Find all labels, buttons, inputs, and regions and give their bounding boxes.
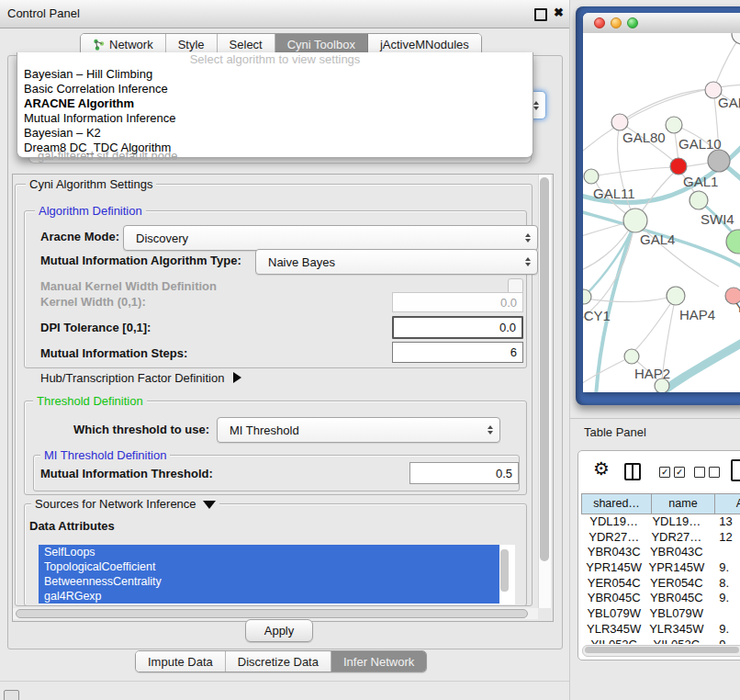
network-node[interactable] — [666, 117, 682, 133]
zoom-traffic-light-icon[interactable] — [627, 17, 638, 28]
network-edge — [584, 226, 633, 297]
attribute-item-gal4rgexp[interactable]: gal4RGexp — [39, 589, 499, 604]
algorithm-option-bayesian-k2[interactable]: Bayesian – K2 — [17, 126, 533, 141]
algorithm-popup-list: Bayesian – Hill ClimbingBasic Correlatio… — [17, 67, 533, 155]
network-node[interactable] — [584, 169, 599, 184]
table-row[interactable]: YDR27…YDR27…12 — [581, 530, 740, 546]
table-cell — [706, 545, 740, 560]
sources-title: Sources for Network Inference — [35, 497, 196, 511]
aracne-mode-label: Aracne Mode: — [40, 230, 119, 243]
table-row[interactable]: YBR045CYBR045C9. — [581, 591, 740, 606]
table-cell: YBL079W — [646, 606, 706, 622]
network-node[interactable] — [623, 209, 647, 232]
network-node[interactable] — [732, 33, 740, 44]
algorithm-option-mutual-information-inference[interactable]: Mutual Information Inference — [17, 111, 533, 126]
bottom-tab-discretize-data[interactable]: Discretize Data — [226, 651, 331, 672]
bottom-tab-impute-data-label: Impute Data — [148, 655, 213, 669]
network-window-titlebar[interactable] — [583, 13, 740, 34]
table-cell: YER054C — [581, 576, 646, 592]
attribute-item-topologicalcoefficient[interactable]: TopologicalCoefficient — [39, 559, 499, 574]
kernel-width-field[interactable]: 0.0 — [392, 292, 523, 312]
mi-algorithm-type-combobox[interactable]: Naive Bayes — [255, 249, 538, 275]
node-label-gal80: GAL80 — [622, 130, 666, 145]
data-attributes-list[interactable]: SelfLoopsTopologicalCoefficientBetweenne… — [39, 545, 515, 604]
hub-definition-label: Hub/Transcription Factor Definition — [40, 371, 224, 385]
gear-icon[interactable]: ⚙ — [593, 458, 610, 479]
control-panel-title: Control Panel — [7, 0, 80, 27]
sources-toggle[interactable]: Sources for Network Inference — [31, 497, 219, 511]
scrollbar-thumb[interactable] — [16, 609, 528, 618]
attribute-item-selfloops[interactable]: SelfLoops — [39, 545, 499, 559]
network-node[interactable] — [726, 230, 740, 254]
new-table-icon[interactable] — [731, 459, 740, 481]
network-view-frame: GALGAL80GAL10GAL11GAL1SWI4GAL4GCY1HAP4YH… — [576, 6, 740, 405]
table-horizontal-scrollbar[interactable] — [582, 645, 740, 657]
node-label-gal: GAL — [718, 95, 740, 110]
list-scrollbar-thumb[interactable] — [500, 549, 509, 592]
tab-style-label: Style — [178, 38, 205, 51]
network-node[interactable] — [624, 349, 639, 364]
algorithm-popup-placeholder: Select algorithm to view settings — [17, 52, 533, 67]
table-cell: YBR043C — [581, 545, 646, 560]
node-label-gal11: GAL11 — [593, 186, 635, 201]
table-cell — [706, 606, 740, 622]
float-window-icon[interactable] — [534, 8, 547, 21]
table-row[interactable]: YER054CYER054C8. — [581, 576, 740, 592]
scrollbar-thumb[interactable] — [585, 647, 739, 653]
bottom-tab-impute-data[interactable]: Impute Data — [136, 651, 226, 672]
minimize-traffic-light-icon[interactable] — [611, 17, 622, 28]
algorithm-option-bayesian-hill-climbing[interactable]: Bayesian – Hill Climbing — [17, 67, 533, 82]
control-panel-titlebar[interactable]: Control Panel ✖ — [0, 0, 569, 28]
tab-jactivemnodules-label: jActiveMNodules — [380, 38, 469, 51]
network-node[interactable] — [708, 150, 730, 172]
attribute-item-betweennesscentrality[interactable]: BetweennessCentrality — [39, 574, 499, 589]
table-cell: YDL19… — [646, 514, 706, 530]
mi-steps-field[interactable]: 6 — [392, 342, 523, 363]
table-cell: YPR145W — [581, 560, 646, 576]
column-header-a[interactable]: A — [714, 493, 740, 514]
deselect-all-checkboxes-icon[interactable] — [694, 467, 720, 478]
tab-network-label: Network — [109, 38, 153, 51]
mi-algorithm-type-label: Mutual Information Algorithm Type: — [40, 254, 241, 267]
table-cell: YBR045C — [581, 591, 646, 606]
close-icon[interactable]: ✖ — [554, 6, 564, 19]
mi-threshold-field[interactable]: 0.5 — [409, 462, 519, 484]
node-label-hap2: HAP2 — [634, 366, 670, 381]
apply-button[interactable]: Apply — [245, 619, 313, 642]
settings-vertical-scrollbar[interactable] — [538, 175, 551, 608]
column-header-shared[interactable]: shared… — [581, 493, 652, 514]
manual-kernel-width-label: Manual Kernel Width Definition — [40, 279, 217, 293]
network-selector-value: gal-filtered sif default node — [38, 149, 177, 163]
scrollbar-thumb[interactable] — [540, 177, 549, 561]
network-node[interactable] — [667, 287, 685, 305]
close-traffic-light-icon[interactable] — [594, 17, 605, 28]
network-edge — [583, 356, 632, 388]
table-row[interactable]: YPR145WYPR145W9. — [581, 560, 740, 576]
column-header-name[interactable]: name — [651, 493, 715, 514]
columns-icon[interactable] — [624, 463, 641, 480]
table-row[interactable]: YBR043CYBR043C — [581, 545, 740, 560]
network-node[interactable] — [611, 114, 628, 130]
data-attributes-label: Data Attributes — [29, 519, 115, 533]
select-all-checkboxes-icon[interactable]: ✓✓ — [659, 467, 685, 478]
table-row[interactable]: YDL19…YDL19…13 — [581, 514, 740, 530]
hub-definition-toggle[interactable]: Hub/Transcription Factor Definition — [40, 371, 241, 385]
bottom-tab-infer-network[interactable]: Infer Network — [331, 651, 426, 672]
network-canvas[interactable]: GALGAL80GAL10GAL11GAL1SWI4GAL4GCY1HAP4YH… — [583, 33, 740, 392]
network-node[interactable] — [690, 191, 708, 209]
table-row[interactable]: YIL052CYIL052C9. — [581, 638, 740, 645]
combo-spinner-icon — [488, 425, 493, 435]
dpi-tolerance-field[interactable]: 0.0 — [392, 316, 523, 339]
table-cell: 8. — [706, 576, 740, 592]
algorithm-option-aracne-algorithm[interactable]: ARACNE Algorithm — [17, 96, 533, 111]
table-cell: YBL079W — [581, 606, 646, 622]
table-row[interactable]: YBL079WYBL079W — [581, 606, 740, 622]
docked-panel-icon[interactable] — [4, 690, 19, 700]
table-header: shared…nameA — [581, 493, 740, 514]
aracne-mode-combobox[interactable]: Discovery — [123, 225, 538, 251]
network-node[interactable] — [670, 158, 687, 175]
settings-horizontal-scrollbar[interactable] — [13, 608, 538, 619]
table-row[interactable]: YLR345WYLR345W9. — [581, 622, 740, 638]
which-threshold-combobox[interactable]: MI Threshold — [217, 417, 500, 443]
algorithm-option-basic-correlation-inference[interactable]: Basic Correlation Inference — [17, 82, 533, 96]
